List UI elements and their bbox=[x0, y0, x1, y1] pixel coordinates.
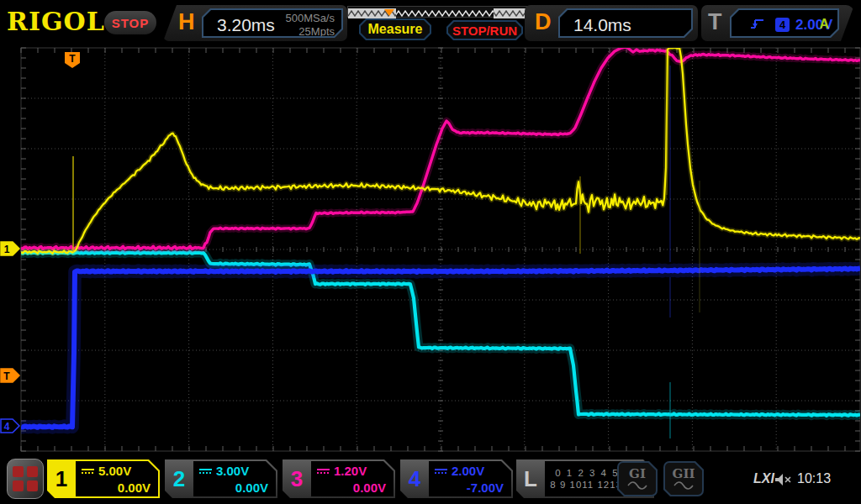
top-bar: RIGOL STOP H 3.20ms 500MSa/s 25Mpts Meas… bbox=[0, 0, 861, 46]
svg-text:T: T bbox=[69, 53, 76, 65]
trigger-box[interactable]: T 4 2.00V A bbox=[701, 5, 854, 41]
dc-coupling-icon bbox=[199, 469, 212, 474]
horizontal-scale-box[interactable]: H 3.20ms 500MSa/s 25Mpts bbox=[163, 5, 347, 41]
clock: 10:13 bbox=[797, 471, 831, 486]
dc-coupling-icon bbox=[82, 469, 94, 474]
menu-button[interactable] bbox=[7, 459, 44, 499]
trigger-position-marker[interactable]: T bbox=[65, 52, 80, 68]
sine-icon bbox=[673, 480, 695, 491]
ch4-offset: -7.00V bbox=[467, 480, 504, 495]
stop-run-button[interactable]: STOP/RUN bbox=[446, 20, 523, 40]
sample-rate: 500MSa/s bbox=[285, 12, 335, 25]
ch1-scale: 5.00V bbox=[98, 464, 131, 478]
ch3-offset: 0.00V bbox=[353, 480, 386, 495]
channel-1-box[interactable]: 1 5.00V 0.00V bbox=[47, 459, 160, 498]
menu-icon bbox=[13, 466, 24, 477]
delay-value: 14.0ms bbox=[573, 15, 631, 35]
trigger-label: T bbox=[708, 9, 722, 35]
channel-4-box[interactable]: 4 2.00V -7.00V bbox=[400, 459, 513, 498]
ch4-scale: 2.00V bbox=[452, 464, 484, 478]
delay-label: D bbox=[535, 9, 552, 35]
ch2-offset: 0.00V bbox=[235, 480, 268, 495]
channel-2-box[interactable]: 2 3.00V 0.00V bbox=[165, 459, 277, 498]
gen1-button[interactable]: GI bbox=[617, 461, 658, 496]
lxi-logo: LXI bbox=[753, 471, 774, 486]
bottom-bar: 1 5.00V 0.00V 2 3.00V 0.00V 3 1.20V 0.00… bbox=[0, 454, 861, 504]
trigger-mode-badge: A bbox=[819, 17, 829, 32]
ch1-offset: 0.00V bbox=[118, 480, 151, 495]
channel-1-position-marker[interactable]: 1 bbox=[1, 242, 19, 255]
rigol-logo: RIGOL bbox=[7, 7, 105, 36]
oscilloscope-screen: { "brand": {"logo": "RIGOL"}, "top_bar":… bbox=[0, 0, 861, 504]
svg-text:4: 4 bbox=[4, 421, 10, 433]
ch3-trace bbox=[21, 47, 860, 249]
channel-3-box[interactable]: 3 1.20V 0.00V bbox=[283, 459, 395, 498]
record-position-waveform-icon bbox=[348, 8, 531, 18]
dc-coupling-icon bbox=[435, 469, 447, 474]
waveform-display: 1T4T bbox=[0, 46, 861, 454]
trigger-source-badge: 4 bbox=[775, 18, 790, 32]
gen2-button[interactable]: GII bbox=[663, 461, 704, 496]
dc-coupling-icon bbox=[317, 469, 330, 474]
falling-edge-icon bbox=[748, 17, 767, 32]
channel-4-position-marker[interactable]: 4 bbox=[1, 419, 19, 433]
ch3-trace-fuzz bbox=[21, 47, 860, 249]
acquisition-status-badge: STOP bbox=[104, 11, 156, 34]
svg-text:1: 1 bbox=[4, 244, 10, 255]
memory-depth: 25Mpts bbox=[285, 25, 335, 39]
timebase-value: 3.20ms bbox=[217, 15, 275, 35]
speaker-muted-icon[interactable] bbox=[774, 472, 794, 487]
record-position-bar[interactable] bbox=[347, 6, 531, 18]
sine-icon bbox=[626, 480, 648, 491]
svg-text:T: T bbox=[3, 370, 10, 382]
trigger-level-marker[interactable]: T bbox=[1, 369, 19, 382]
horizontal-label: H bbox=[178, 9, 195, 35]
ch2-scale: 3.00V bbox=[216, 464, 249, 478]
measure-button[interactable]: Measure bbox=[359, 18, 431, 40]
delay-box[interactable]: D 14.0ms bbox=[525, 5, 698, 41]
ch3-scale: 1.20V bbox=[334, 464, 367, 478]
